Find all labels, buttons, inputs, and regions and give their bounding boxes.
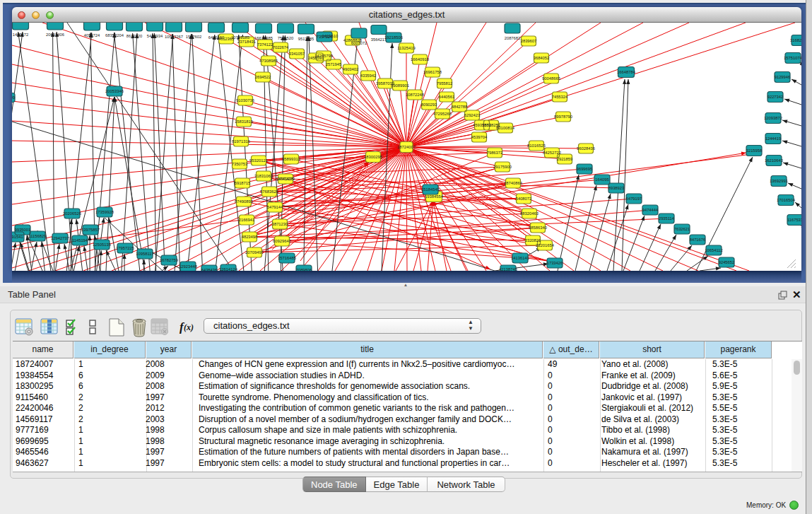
svg-text:4055724: 4055724 <box>84 33 100 37</box>
svg-text:42138745: 42138745 <box>499 267 517 271</box>
svg-text:9699695: 9699695 <box>577 167 593 171</box>
svg-text:13975857: 13975857 <box>81 228 100 232</box>
svg-text:1733426: 1733426 <box>547 261 563 265</box>
svg-text:10958117: 10958117 <box>136 252 153 256</box>
svg-text:28740864: 28740864 <box>504 181 523 185</box>
svg-text:15716485: 15716485 <box>278 256 296 260</box>
svg-text:23718431: 23718431 <box>237 40 256 44</box>
svg-text:20691406: 20691406 <box>46 33 64 37</box>
svg-text:89089901: 89089901 <box>391 83 409 88</box>
svg-text:5479144: 5479144 <box>267 205 283 209</box>
svg-text:17016504: 17016504 <box>777 198 796 202</box>
svg-text:10553267: 10553267 <box>165 35 183 39</box>
svg-text:2087682: 2087682 <box>505 36 521 40</box>
svg-text:81971316: 81971316 <box>232 139 250 144</box>
svg-text:10654112: 10654112 <box>705 248 722 252</box>
svg-text:1167533: 1167533 <box>787 218 801 222</box>
svg-text:15831819: 15831819 <box>235 119 253 124</box>
svg-text:991541: 991541 <box>12 235 23 239</box>
svg-text:5408072: 5408072 <box>516 197 532 201</box>
svg-text:87490893: 87490893 <box>235 199 253 204</box>
svg-text:2935114: 2935114 <box>659 216 675 221</box>
svg-text:12505135: 12505135 <box>93 243 111 247</box>
svg-text:31831063: 31831063 <box>254 174 273 178</box>
svg-text:22201654: 22201654 <box>536 243 555 247</box>
svg-text:18724007: 18724007 <box>397 145 416 149</box>
svg-text:1145194: 1145194 <box>72 238 88 243</box>
svg-text:20206526: 20206526 <box>63 211 81 216</box>
svg-text:84252722: 84252722 <box>543 151 561 155</box>
svg-text:7455324: 7455324 <box>552 95 568 99</box>
svg-text:9517485: 9517485 <box>298 37 314 41</box>
svg-text:2921859: 2921859 <box>557 157 573 161</box>
svg-text:90048665: 90048665 <box>542 76 560 81</box>
svg-text:5418934: 5418934 <box>147 34 163 38</box>
svg-text:6466160: 6466160 <box>208 35 225 40</box>
svg-text:14265799: 14265799 <box>314 54 333 58</box>
svg-text:14136141: 14136141 <box>511 256 529 260</box>
svg-text:15184545: 15184545 <box>421 187 440 192</box>
svg-text:12093872: 12093872 <box>764 116 782 120</box>
svg-text:6438436: 6438436 <box>201 268 218 271</box>
svg-text:68353204: 68353204 <box>105 33 124 37</box>
svg-text:3215958: 3215958 <box>746 148 763 153</box>
svg-text:7350753: 7350753 <box>232 162 248 166</box>
svg-text:8938923: 8938923 <box>608 186 625 190</box>
svg-text:16671385: 16671385 <box>254 36 273 40</box>
svg-text:2166941: 2166941 <box>239 218 255 222</box>
svg-text:1405572: 1405572 <box>13 33 29 37</box>
svg-text:12942737: 12942737 <box>51 236 69 240</box>
svg-text:95899313: 95899313 <box>282 157 300 161</box>
svg-text:12614124: 12614124 <box>219 267 238 271</box>
svg-text:3871230: 3871230 <box>272 222 288 226</box>
svg-text:3564217: 3564217 <box>371 37 387 42</box>
svg-text:17957225: 17957225 <box>116 246 134 250</box>
svg-text:6479197: 6479197 <box>626 197 642 201</box>
svg-text:16782759: 16782759 <box>160 258 178 262</box>
svg-text:15751074: 15751074 <box>784 56 801 60</box>
svg-text:20709497: 20709497 <box>245 250 264 255</box>
svg-text:7022674: 7022674 <box>273 45 289 49</box>
svg-text:6007072: 6007072 <box>351 41 367 45</box>
svg-text:19218506: 19218506 <box>384 35 403 40</box>
svg-text:29175900: 29175900 <box>493 165 512 169</box>
svg-text:8471676: 8471676 <box>690 238 706 242</box>
svg-text:18300295: 18300295 <box>364 155 382 159</box>
svg-text:7374122: 7374122 <box>257 42 273 47</box>
svg-text:4539704: 4539704 <box>471 135 488 139</box>
svg-text:7089806: 7089806 <box>296 268 312 271</box>
svg-text:31682744: 31682744 <box>790 38 801 42</box>
svg-text:17359928: 17359928 <box>95 210 114 214</box>
svg-text:8612220: 8612220 <box>126 34 143 38</box>
svg-text:16640910: 16640910 <box>411 57 429 62</box>
svg-text:20053346: 20053346 <box>105 89 124 93</box>
svg-text:47308985: 47308985 <box>259 59 278 63</box>
svg-text:19384554: 19384554 <box>425 194 444 199</box>
svg-text:7955812: 7955812 <box>437 81 453 86</box>
svg-text:6292423: 6292423 <box>464 113 481 117</box>
svg-text:1527602: 1527602 <box>186 35 202 39</box>
svg-text:9245652: 9245652 <box>719 260 735 264</box>
svg-text:3684052: 3684052 <box>534 56 550 60</box>
svg-text:1244419: 1244419 <box>765 136 782 141</box>
svg-text:13692991: 13692991 <box>770 179 788 183</box>
svg-text:89978790: 89978790 <box>554 115 572 119</box>
svg-text:(x): (x) <box>184 322 194 332</box>
svg-text:5918715: 5918715 <box>235 181 251 185</box>
svg-text:164095: 164095 <box>595 177 608 182</box>
svg-text:95320121: 95320121 <box>249 158 268 163</box>
svg-text:9129946: 9129946 <box>775 75 791 79</box>
svg-text:96028436: 96028436 <box>577 146 595 151</box>
svg-text:63100814: 63100814 <box>496 126 515 130</box>
svg-text:4823498: 4823498 <box>242 235 258 239</box>
svg-text:2571945: 2571945 <box>326 62 342 66</box>
svg-text:10872248: 10872248 <box>406 93 424 97</box>
svg-text:16210643: 16210643 <box>765 158 783 163</box>
svg-text:12923448: 12923448 <box>179 264 197 269</box>
svg-text:7632621: 7632621 <box>674 227 690 231</box>
svg-text:6440561: 6440561 <box>439 95 455 99</box>
svg-text:9935001: 9935001 <box>15 228 31 232</box>
svg-text:9227342: 9227342 <box>767 95 784 99</box>
svg-text:60929647: 60929647 <box>273 239 291 243</box>
svg-text:3341057: 3341057 <box>289 52 305 56</box>
